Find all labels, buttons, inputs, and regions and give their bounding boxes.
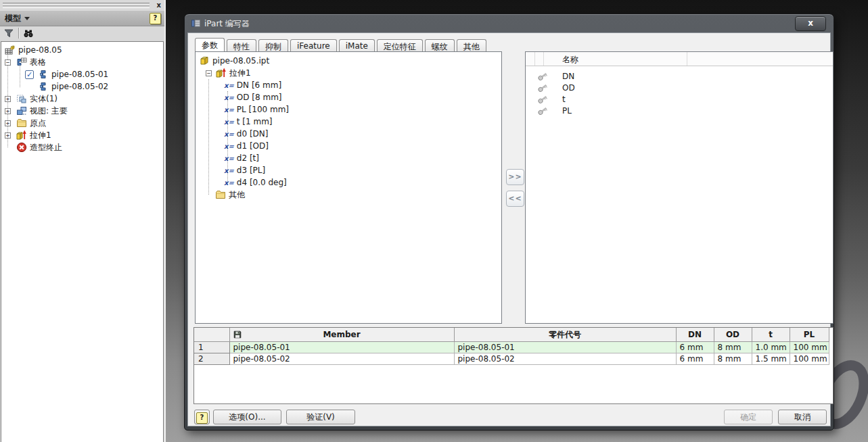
param-item-d0[interactable]: x= d0 [DN] [196, 128, 501, 140]
parameter-icon: x= [224, 118, 234, 126]
tab-imate[interactable]: iMate [339, 39, 375, 51]
selected-param-t[interactable]: t [526, 93, 833, 105]
od-cell[interactable]: 8 mm [714, 342, 752, 353]
selected-param-pl[interactable]: PL [526, 105, 833, 116]
tree-item-extrusion[interactable]: + 拉伸1 [1, 129, 163, 141]
tree-item-solid-bodies[interactable]: + 实体(1) [1, 93, 163, 105]
tree-item-table[interactable]: − 表格 [1, 56, 163, 68]
part-number-cell[interactable]: pipe-08.05-01 [454, 342, 676, 353]
t-cell[interactable]: 1.5 mm [752, 353, 790, 365]
expand-icon[interactable]: + [5, 108, 11, 114]
parameter-icon: x= [224, 106, 234, 114]
part-number-cell[interactable]: pipe-08.05-02 [454, 353, 676, 365]
part-number-column-header[interactable]: 零件代号 [454, 328, 676, 342]
end-of-part-icon [16, 142, 27, 153]
t-cell[interactable]: 1.0 mm [752, 342, 790, 353]
param-item-d4[interactable]: x= d4 [0.0 deg] [196, 176, 501, 189]
row-number-cell[interactable]: 1 [194, 342, 229, 353]
param-item-od[interactable]: x= OD [8 mm] [196, 91, 501, 103]
parameter-icon: x= [224, 179, 234, 187]
table-row: 1 pipe-08.05-01 pipe-08.05-01 6 mm 8 mm … [194, 342, 829, 353]
tree-item-view[interactable]: + 视图: 主要 [1, 105, 163, 117]
dn-cell[interactable]: 6 mm [676, 342, 714, 353]
ipart-author-dialog: iPart 编写器 x 参数 特性 抑制 iFeature iMate 定位特征… [184, 14, 834, 431]
panel-close-icon[interactable]: x [157, 1, 161, 9]
param-item-t[interactable]: x= t [1 mm] [196, 116, 501, 128]
param-tree-label: pipe-08.05.ipt [212, 56, 269, 66]
expand-icon[interactable]: + [5, 132, 11, 139]
collapse-icon[interactable]: − [206, 70, 212, 76]
panel-grip[interactable]: x [0, 0, 164, 11]
parameter-icon: x= [224, 130, 234, 138]
extrusion-icon [216, 68, 227, 78]
member-column-header[interactable]: Member [229, 328, 454, 342]
browser-title-label: 模型 [5, 14, 21, 23]
tree-item-label: 造型终止 [30, 142, 62, 153]
part-icon [199, 55, 210, 66]
tree-item-member-02[interactable]: pipe-08.05-02 [1, 80, 163, 93]
cancel-button[interactable]: 取消 [778, 410, 827, 424]
param-tree-other[interactable]: 其他 [196, 189, 501, 201]
verify-button[interactable]: 验证(V) [286, 410, 355, 424]
member-cell[interactable]: pipe-08.05-01 [229, 342, 454, 353]
param-item-d3[interactable]: x= d3 [PL] [196, 164, 501, 176]
param-item-d2[interactable]: x= d2 [t] [196, 152, 501, 164]
param-tree-label: 其他 [229, 189, 245, 201]
move-right-button[interactable]: >> [506, 169, 524, 185]
dialog-titlebar[interactable]: iPart 编写器 x [185, 14, 833, 32]
param-tree-root[interactable]: pipe-08.05.ipt [196, 55, 501, 67]
tree-item-label: 原点 [30, 118, 46, 129]
view-icon [16, 105, 27, 116]
name-column-header[interactable]: 名称 [562, 54, 578, 66]
od-cell[interactable]: 8 mm [714, 353, 752, 365]
tab-work-features[interactable]: 定位特征 [377, 39, 423, 51]
ok-button[interactable]: 确定 [724, 410, 773, 424]
dn-cell[interactable]: 6 mm [676, 353, 714, 365]
tree-item-member-01[interactable]: ✓ pipe-08.05-01 [1, 68, 163, 80]
dn-column-header[interactable]: DN [676, 328, 714, 342]
close-button[interactable]: x [795, 16, 826, 31]
collapse-icon[interactable]: − [5, 59, 11, 66]
selected-param-od[interactable]: OD [526, 82, 833, 93]
od-column-header[interactable]: OD [714, 328, 752, 342]
tab-suppression[interactable]: 抑制 [258, 39, 288, 51]
options-button[interactable]: 选项(O)... [213, 410, 281, 424]
active-member-checkbox[interactable]: ✓ [25, 70, 34, 79]
filter-icon[interactable] [3, 28, 14, 39]
pl-cell[interactable]: 100 mm [790, 342, 829, 353]
param-item-d1[interactable]: x= d1 [OD] [196, 140, 501, 152]
param-label: t [1 mm] [237, 117, 273, 126]
pl-column-header[interactable]: PL [790, 328, 829, 342]
move-left-button[interactable]: << [506, 191, 524, 207]
t-column-header[interactable]: t [752, 328, 790, 342]
tab-other[interactable]: 其他 [457, 39, 486, 51]
row-number-cell[interactable]: 2 [194, 353, 229, 365]
tree-item-root[interactable]: pipe-08.05 [1, 44, 163, 56]
find-icon[interactable] [23, 28, 34, 39]
tab-ifeature[interactable]: iFeature [290, 39, 337, 51]
param-label: d0 [DN] [237, 129, 269, 139]
corner-header-cell[interactable] [194, 328, 229, 342]
selected-param-dn[interactable]: DN [526, 70, 833, 82]
browser-title-dropdown[interactable]: 模型 [5, 13, 30, 24]
pl-cell[interactable]: 100 mm [790, 353, 829, 365]
param-item-dn[interactable]: x= DN [6 mm] [196, 79, 501, 91]
param-tree-extrusion[interactable]: − 拉伸1 [196, 67, 501, 79]
help-button[interactable]: ? [194, 410, 210, 424]
expand-icon[interactable]: + [5, 96, 11, 102]
tree-item-label: pipe-08.05-01 [51, 70, 108, 79]
tree-item-end-of-part[interactable]: 造型终止 [1, 141, 163, 153]
param-tree-label: 拉伸1 [229, 68, 251, 79]
member-cell[interactable]: pipe-08.05-02 [229, 353, 454, 365]
tree-item-label: 视图: 主要 [30, 105, 68, 117]
browser-help-button[interactable]: ? [150, 13, 161, 24]
browser-tree: pipe-08.05 − 表格 ✓ pipe-08.05-01 pipe-08.… [1, 41, 164, 442]
tab-properties[interactable]: 特性 [227, 39, 256, 51]
param-label: PL [100 mm] [237, 105, 289, 114]
tab-parameters[interactable]: 参数 [195, 38, 225, 51]
tree-item-origin[interactable]: + 原点 [1, 117, 163, 129]
param-item-pl[interactable]: x= PL [100 mm] [196, 103, 501, 116]
member-table: Member 零件代号 DN OD t PL 1 pipe-08.05-01 p… [194, 328, 829, 365]
expand-icon[interactable]: + [5, 120, 11, 126]
tab-threads[interactable]: 螺纹 [425, 39, 455, 51]
